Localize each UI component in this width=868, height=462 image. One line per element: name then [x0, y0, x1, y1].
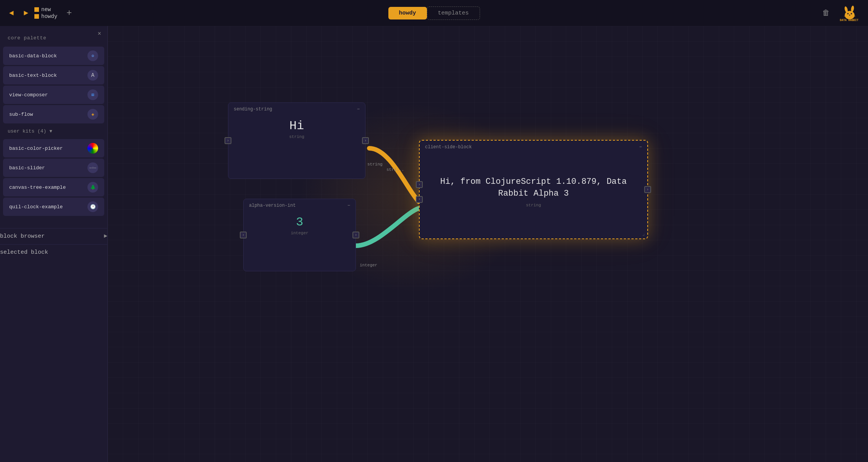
divider-1	[0, 228, 107, 229]
sidebar-close-button[interactable]: ×	[97, 31, 101, 37]
palette-item-sub-flow[interactable]: sub-flow ◈	[3, 105, 104, 123]
block-alpha-body: 3 integer	[244, 211, 356, 242]
block-alpha-type: integer	[250, 231, 349, 235]
block-client-min-button[interactable]: −	[639, 144, 642, 150]
block-alpha-title: alpha-version-int	[249, 203, 296, 208]
selected-block-section[interactable]: selected block	[0, 246, 107, 259]
port-client-left-top[interactable]: ›	[416, 181, 423, 188]
trash-button[interactable]: 🗑	[822, 8, 830, 18]
port-sending-right[interactable]: ›	[362, 137, 369, 144]
port-client-left-bottom[interactable]: ›	[416, 196, 423, 203]
block-sending-type: string	[234, 135, 359, 139]
user-kits-arrow: ▼	[49, 129, 52, 134]
add-tab-button[interactable]: +	[66, 8, 72, 18]
palette-label-quil-clock: quil-clock-example	[9, 204, 63, 210]
block-client-body: Hi, from ClojureScript 1.10.879, Data Ra…	[420, 152, 647, 233]
logo: DATA RABBIT	[837, 4, 862, 22]
palette-item-view-composer[interactable]: view-composer ⊞	[3, 86, 104, 104]
main-layout: × core palette basic-data-block ⊕ basic-…	[0, 26, 868, 462]
nav-files: new howdy	[34, 6, 57, 19]
palette-icon-quil-clock: 🕐	[87, 201, 98, 212]
palette-label-color-picker: basic-color-picker	[9, 146, 63, 151]
port-sending-left[interactable]: ›	[225, 137, 231, 144]
block-sending-value: Hi	[234, 119, 359, 133]
nav-arrows: ◄ ►	[6, 7, 31, 19]
port-client-right[interactable]: ›	[644, 186, 651, 193]
block-client-side[interactable]: client-side-block − Hi, from ClojureScri…	[419, 140, 648, 239]
block-client-type: string	[526, 203, 541, 207]
canvas[interactable]: string stri... integer sending-string − …	[108, 26, 868, 462]
file-new-label: new	[41, 6, 51, 13]
block-browser-section[interactable]: block browser ►	[0, 230, 107, 243]
palette-item-basic-slider[interactable]: basic-slider —○—	[3, 159, 104, 177]
top-nav: ◄ ► new howdy + howdy templates 🗑	[0, 0, 868, 26]
block-client-title: client-side-block	[425, 144, 472, 150]
sidebar: × core palette basic-data-block ⊕ basic-…	[0, 26, 108, 462]
logo-svg: DATA RABBIT	[839, 5, 860, 21]
palette-icon-sub-flow: ◈	[87, 109, 98, 120]
block-alpha-header: alpha-version-int −	[244, 199, 356, 211]
palette-icon-view-composer: ⊞	[87, 89, 98, 100]
block-alpha-version[interactable]: alpha-version-int − 3 integer › ›	[243, 199, 356, 271]
file-new-icon	[34, 7, 39, 12]
user-kits-section[interactable]: user kits (4) ▼	[0, 125, 107, 138]
palette-label-slider: basic-slider	[9, 165, 45, 171]
nav-center-tabs: howdy templates	[388, 6, 480, 20]
file-howdy[interactable]: howdy	[34, 13, 57, 19]
resize-handle[interactable]: ⌟	[642, 230, 645, 237]
port-alpha-left[interactable]: ›	[240, 232, 247, 238]
block-client-header: client-side-block −	[420, 141, 647, 152]
block-sending-string[interactable]: sending-string − Hi string › ›	[228, 102, 365, 179]
canvas-grid	[108, 26, 868, 462]
palette-icon-color-picker	[87, 143, 98, 154]
palette-item-basic-text-block[interactable]: basic-text-block A	[3, 66, 104, 84]
block-sending-title: sending-string	[234, 107, 272, 112]
back-arrow-button[interactable]: ◄	[6, 7, 17, 19]
palette-item-basic-data-block[interactable]: basic-data-block ⊕	[3, 47, 104, 65]
svg-text:DATA RABBIT: DATA RABBIT	[840, 18, 858, 21]
string-in-label: stri...	[386, 167, 404, 172]
file-howdy-icon	[34, 14, 39, 19]
svg-rect-7	[845, 17, 854, 18]
palette-item-basic-color-picker[interactable]: basic-color-picker	[3, 139, 104, 157]
palette-icon-basic-data: ⊕	[87, 50, 98, 61]
svg-rect-6	[844, 16, 855, 16]
palette-item-canvas-tree[interactable]: canvas-tree-example 🌲	[3, 178, 104, 196]
block-sending-header: sending-string −	[228, 103, 365, 114]
svg-point-3	[847, 13, 849, 15]
user-kits-label: user kits (4)	[8, 128, 46, 134]
nav-right: 🗑 DATA RABB	[822, 4, 862, 22]
file-new[interactable]: new	[34, 6, 57, 13]
block-client-value: Hi, from ClojureScript 1.10.879, Data Ra…	[426, 176, 641, 200]
block-browser-arrow: ►	[104, 233, 107, 240]
palette-label-sub-flow: sub-flow	[9, 112, 33, 117]
palette-icon-basic-text: A	[87, 70, 98, 81]
divider-2	[0, 244, 107, 245]
selected-block-label: selected block	[0, 249, 48, 256]
core-palette-title: core palette	[0, 32, 107, 45]
palette-label-basic-data: basic-data-block	[9, 53, 57, 59]
block-alpha-min-button[interactable]: −	[348, 203, 350, 208]
palette-label-canvas-tree: canvas-tree-example	[9, 185, 66, 190]
block-sending-body: Hi string	[228, 114, 365, 145]
palette-icon-canvas-tree: 🌲	[87, 182, 98, 193]
palette-item-quil-clock[interactable]: quil-clock-example 🕐	[3, 198, 104, 216]
integer-out-label: integer	[360, 263, 377, 267]
svg-point-5	[849, 15, 850, 16]
file-howdy-label: howdy	[41, 13, 57, 19]
tab-howdy[interactable]: howdy	[388, 7, 427, 19]
palette-label-basic-text: basic-text-block	[9, 73, 57, 78]
port-alpha-right[interactable]: ›	[352, 232, 359, 238]
string-out-label: string	[367, 162, 383, 167]
palette-label-view-composer: view-composer	[9, 92, 48, 98]
svg-point-4	[851, 13, 852, 15]
forward-arrow-button[interactable]: ►	[21, 7, 31, 19]
block-browser-label: block browser	[0, 233, 45, 240]
block-sending-min-button[interactable]: −	[357, 107, 360, 112]
tab-templates[interactable]: templates	[427, 6, 480, 20]
block-alpha-value: 3	[250, 215, 349, 229]
palette-icon-slider: —○—	[87, 162, 98, 173]
